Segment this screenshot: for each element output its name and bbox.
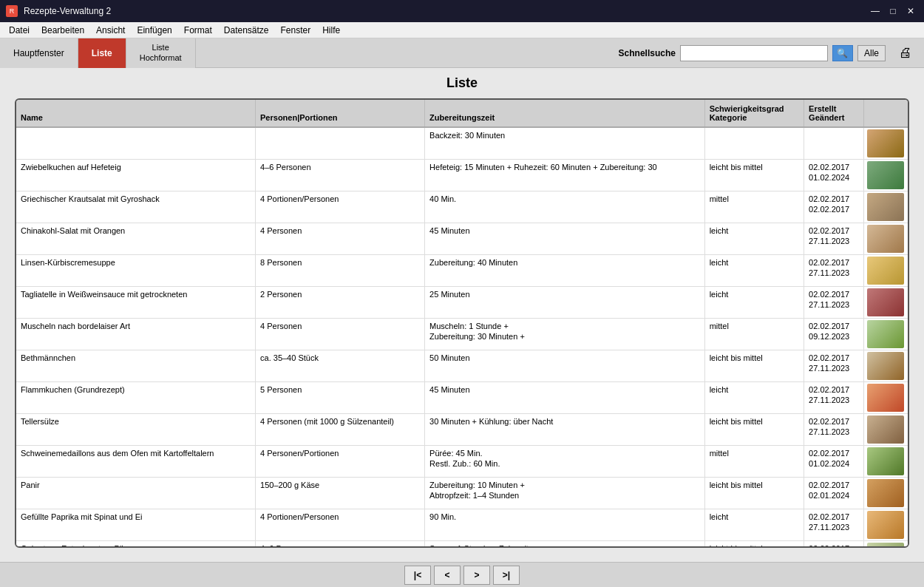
menu-format[interactable]: Format [178,24,218,37]
tab-liste-hochformat[interactable]: Liste Hochformat [126,38,196,68]
table-row[interactable]: Schweinemedaillons aus dem Ofen mit Kart… [16,446,908,478]
cell-dates: 02.02.201727.11.2023 [804,287,863,319]
cell-thumbnail [863,255,908,287]
cell-difficulty: leicht bis mittel [704,160,804,191]
cell-portions: 2 Personen [256,287,425,319]
cell-portions: 4 Portionen/Personen [256,509,425,541]
cell-portions: 4 Personen/Portionen [256,446,425,478]
cell-difficulty: leicht [704,382,804,414]
menu-ansicht[interactable]: Ansicht [90,24,131,37]
cell-thumbnail [863,414,908,446]
cell-time: 50 Minuten [425,350,705,382]
close-button[interactable]: ✕ [903,4,918,18]
cell-time: Sauce: 1 Stunde + Zubereitung:20 Minuten… [425,541,705,549]
table-row[interactable]: Griechischer Krautsalat mit Gyroshack4 P… [16,191,908,223]
cell-difficulty: leicht bis mittelGeflügel [704,541,804,549]
menu-bearbeiten[interactable]: Bearbeiten [35,24,90,37]
cell-difficulty: leicht [704,223,804,255]
cell-portions: 4 Portionen/Personen [256,191,425,223]
cell-portions [256,127,425,160]
title-bar: R Rezepte-Verwaltung 2 — □ ✕ [0,0,924,22]
cell-thumbnail [863,287,908,319]
cell-difficulty: leicht [704,509,804,541]
table-row[interactable]: Chinakohl-Salat mit Orangen4 Personen45 … [16,223,908,255]
search-input[interactable] [680,45,828,61]
tab-liste[interactable]: Liste [78,38,126,68]
table-header-row: Name Personen|Portionen Zubereitungszeit… [16,100,908,127]
search-label: Schnellsuche [619,48,676,58]
menu-datei[interactable]: Datei [3,24,35,37]
search-button[interactable]: 🔍 [832,45,853,61]
nav-last-button[interactable]: >| [493,566,520,585]
cell-time: Zubereitung: 40 Minuten [425,255,705,287]
nav-first-button[interactable]: |< [404,566,431,585]
cell-time: 30 Minuten + Kühlung: über Nacht [425,414,705,446]
cell-thumbnail [863,478,908,509]
table-row[interactable]: Tellersülze4 Personen (mit 1000 g Sülzen… [16,414,908,446]
cell-name: Panir [16,478,256,509]
cell-dates: 02.02.201727.11.2023 [804,382,863,414]
cell-thumbnail [863,509,908,541]
app-icon: R [6,5,18,17]
cell-portions: 4 Personen [256,223,425,255]
print-button[interactable]: 🖨 [894,42,917,64]
minimize-button[interactable]: — [868,4,883,18]
cell-dates: 02.02.201727.11.2023 [804,223,863,255]
cell-dates: 02.02.201727.11.2023 [804,541,863,549]
table-container[interactable]: Name Personen|Portionen Zubereitungszeit… [15,98,909,548]
cell-time: 25 Minuten [425,287,705,319]
col-name: Name [16,100,256,127]
cell-portions: 4–6 Personen [256,541,425,549]
cell-time: 45 Minuten [425,382,705,414]
main-content: Liste Name Personen|Portionen Zubereitun… [0,68,924,562]
page-title: Liste [15,75,909,91]
cell-dates: 02.02.201727.11.2023 [804,350,863,382]
cell-dates: 02.02.201727.11.2023 [804,414,863,446]
menu-einfuegen[interactable]: Einfügen [131,24,177,37]
cell-name: Muscheln nach bordelaiser Art [16,319,256,350]
table-row[interactable]: Gefüllte Paprika mit Spinat und Ei4 Port… [16,509,908,541]
cell-dates: 02.02.201727.11.2023 [804,509,863,541]
cell-name [16,127,256,160]
search-all-button[interactable]: Alle [857,45,886,61]
menu-datensaetze[interactable]: Datensätze [218,24,275,37]
nav-next-button[interactable]: > [463,566,490,585]
table-row[interactable]: Muscheln nach bordelaiser Art4 PersonenM… [16,319,908,350]
cell-dates: 02.02.201709.12.2023 [804,319,863,350]
cell-time: 40 Min. [425,191,705,223]
cell-dates [804,127,863,160]
table-row[interactable]: Zwiebelkuchen auf Hefeteig4–6 PersonenHe… [16,160,908,191]
toolbar: Hauptfenster Liste Liste Hochformat Schn… [0,38,924,68]
cell-portions: 5 Personen [256,382,425,414]
cell-thumbnail [863,191,908,223]
table-row[interactable]: Flammkuchen (Grundrezept)5 Personen45 Mi… [16,382,908,414]
cell-difficulty: mittel [704,191,804,223]
cell-name: Zwiebelkuchen auf Hefeteig [16,160,256,191]
menu-hilfe[interactable]: Hilfe [316,24,346,37]
cell-thumbnail [863,160,908,191]
cell-dates: 02.02.201727.11.2023 [804,255,863,287]
cell-difficulty: leicht bis mittel [704,414,804,446]
bottom-nav: |< < > >| [0,562,924,587]
title-bar-controls: — □ ✕ [868,4,918,18]
table-row[interactable]: Panir150–200 g KäseZubereitung: 10 Minut… [16,478,908,509]
tab-hauptfenster[interactable]: Hauptfenster [0,38,78,68]
maximize-button[interactable]: □ [886,4,900,18]
table-row[interactable]: Linsen-Kürbiscremesuppe8 PersonenZuberei… [16,255,908,287]
cell-portions: 4 Personen [256,319,425,350]
col-difficulty: SchwierigkeitsgradKategorie [704,100,804,127]
cell-portions: 8 Personen [256,255,425,287]
cell-thumbnail [863,541,908,549]
cell-difficulty: leicht [704,255,804,287]
cell-time: Backzeit: 30 Minuten [425,127,705,160]
table-row[interactable]: Backzeit: 30 Minuten [16,127,908,160]
cell-time: Hefeteig: 15 Minuten + Ruhezeit: 60 Minu… [425,160,705,191]
table-row[interactable]: Gebratene Entenbrust an Pilzen4–6 Person… [16,541,908,549]
cell-portions: ca. 35–40 Stück [256,350,425,382]
cell-thumbnail [863,382,908,414]
nav-prev-button[interactable]: < [434,566,461,585]
menu-fenster[interactable]: Fenster [275,24,317,37]
table-row[interactable]: Tagliatelle in Weißweinsauce mit getrock… [16,287,908,319]
cell-name: Gefüllte Paprika mit Spinat und Ei [16,509,256,541]
table-row[interactable]: Bethmännchenca. 35–40 Stück50 Minutenlei… [16,350,908,382]
